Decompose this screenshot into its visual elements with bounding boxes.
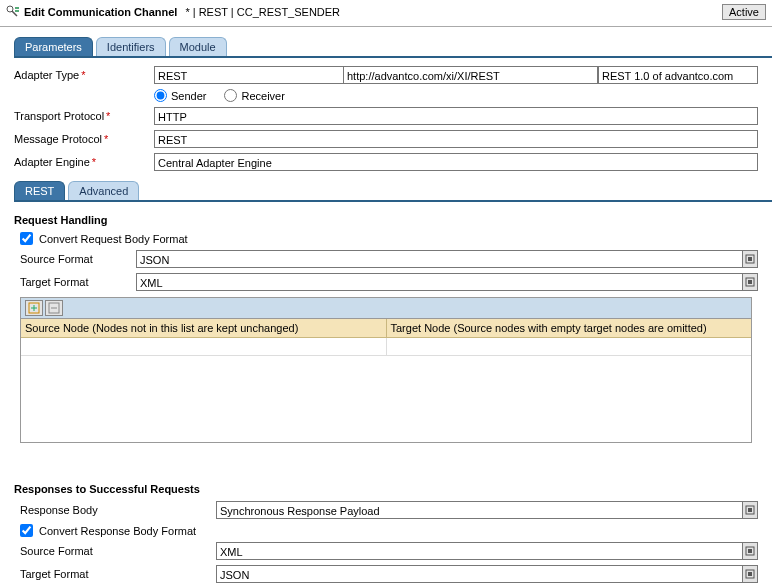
row-adapter-engine: Adapter Engine* Central Adapter Engine — [14, 153, 758, 171]
remove-row-button[interactable] — [45, 300, 63, 316]
svg-rect-5 — [748, 257, 752, 261]
radio-sender-input[interactable] — [154, 89, 167, 102]
adapter-namespace[interactable]: http://advantco.com/xi/XI/REST — [344, 66, 598, 84]
active-status-button[interactable]: Active — [722, 4, 766, 20]
spacer — [0, 443, 772, 471]
svg-rect-7 — [748, 280, 752, 284]
section-responses: Responses to Successful Requests — [14, 483, 772, 495]
table-body[interactable] — [21, 338, 751, 442]
adapter-engine-field[interactable]: Central Adapter Engine — [154, 153, 758, 171]
page-subtitle: * | REST | CC_REST_SENDER — [185, 6, 340, 18]
label-adapter-engine: Adapter Engine* — [14, 156, 154, 168]
section-request-handling: Request Handling — [14, 214, 772, 226]
dropdown-icon[interactable] — [742, 250, 758, 268]
label-transport-protocol-text: Transport Protocol — [14, 110, 104, 122]
response-body-select[interactable]: Synchronous Response Payload — [216, 501, 758, 519]
label-response-target-format: Target Format — [20, 568, 216, 580]
radio-receiver-input[interactable] — [224, 89, 237, 102]
radio-sender[interactable]: Sender — [154, 89, 206, 102]
responses-area: Response Body Synchronous Response Paylo… — [0, 501, 772, 583]
label-adapter-type-text: Adapter Type — [14, 69, 79, 81]
label-adapter-engine-text: Adapter Engine — [14, 156, 90, 168]
row-convert-request-body: Convert Request Body Format — [20, 232, 758, 245]
radio-sender-label: Sender — [171, 90, 206, 102]
row-request-source-format: Source Format JSON — [20, 250, 758, 268]
tab-parameters[interactable]: Parameters — [14, 37, 93, 56]
radio-receiver-label: Receiver — [241, 90, 284, 102]
required-marker: * — [106, 110, 110, 122]
label-request-source-format: Source Format — [20, 253, 136, 265]
response-source-format-select[interactable]: XML — [216, 542, 758, 560]
svg-rect-18 — [748, 572, 752, 576]
response-target-format-value: JSON — [216, 565, 742, 583]
tab-module[interactable]: Module — [169, 37, 227, 56]
radio-receiver[interactable]: Receiver — [224, 89, 284, 102]
svg-rect-14 — [748, 508, 752, 512]
row-convert-response-body: Convert Response Body Format — [20, 524, 758, 537]
label-adapter-type: Adapter Type* — [14, 69, 154, 81]
required-marker: * — [81, 69, 85, 81]
label-response-source-format: Source Format — [20, 545, 216, 557]
label-request-target-format: Target Format — [20, 276, 136, 288]
tab-identifiers[interactable]: Identifiers — [96, 37, 166, 56]
label-convert-response-body: Convert Response Body Format — [39, 525, 196, 537]
label-response-body: Response Body — [20, 504, 216, 516]
col-source-node: Source Node (Nodes not in this list are … — [21, 319, 387, 337]
request-target-format-select[interactable]: XML — [136, 273, 758, 291]
add-row-button[interactable] — [25, 300, 43, 316]
header-left: Edit Communication Channel * | REST | CC… — [6, 5, 340, 19]
dropdown-icon[interactable] — [742, 565, 758, 583]
sub-tabs: REST Advanced — [14, 181, 772, 202]
required-marker: * — [104, 133, 108, 145]
request-target-format-value: XML — [136, 273, 742, 291]
col-target-node: Target Node (Source nodes with empty tar… — [387, 319, 752, 337]
transport-protocol-field[interactable]: HTTP — [154, 107, 758, 125]
window-header: Edit Communication Channel * | REST | CC… — [0, 0, 772, 27]
label-transport-protocol: Transport Protocol* — [14, 110, 154, 122]
node-mapping-table: Source Node (Nodes not in this list are … — [20, 297, 752, 443]
row-response-body: Response Body Synchronous Response Paylo… — [20, 501, 758, 519]
row-message-protocol: Message Protocol* REST — [14, 130, 758, 148]
response-source-format-value: XML — [216, 542, 742, 560]
message-protocol-field[interactable]: REST — [154, 130, 758, 148]
row-direction: Sender Receiver — [14, 89, 758, 102]
row-adapter-type: Adapter Type* REST http://advantco.com/x… — [14, 66, 758, 84]
adapter-version[interactable]: REST 1.0 of advantco.com — [598, 66, 758, 84]
label-message-protocol: Message Protocol* — [14, 133, 154, 145]
request-source-format-value: JSON — [136, 250, 742, 268]
response-body-value: Synchronous Response Payload — [216, 501, 742, 519]
label-message-protocol-text: Message Protocol — [14, 133, 102, 145]
channel-icon — [6, 5, 20, 19]
direction-radio-group: Sender Receiver — [154, 89, 758, 102]
response-target-format-select[interactable]: JSON — [216, 565, 758, 583]
request-handling-area: Convert Request Body Format Source Forma… — [0, 232, 772, 291]
row-response-source-format: Source Format XML — [20, 542, 758, 560]
subtab-advanced[interactable]: Advanced — [68, 181, 139, 200]
row-response-target-format: Target Format JSON — [20, 565, 758, 583]
subtab-rest[interactable]: REST — [14, 181, 65, 200]
dropdown-icon[interactable] — [742, 542, 758, 560]
row-transport-protocol: Transport Protocol* HTTP — [14, 107, 758, 125]
page-title: Edit Communication Channel — [24, 6, 177, 18]
cell-target[interactable] — [387, 338, 752, 355]
dropdown-icon[interactable] — [742, 501, 758, 519]
required-marker: * — [92, 156, 96, 168]
checkbox-convert-request-body[interactable] — [20, 232, 33, 245]
label-convert-request-body: Convert Request Body Format — [39, 233, 188, 245]
cell-source[interactable] — [21, 338, 387, 355]
main-tabs: Parameters Identifiers Module — [14, 37, 772, 58]
request-source-format-select[interactable]: JSON — [136, 250, 758, 268]
adapter-type-fields: REST http://advantco.com/xi/XI/REST REST… — [154, 66, 758, 84]
table-toolbar — [21, 298, 751, 319]
parameters-form: Adapter Type* REST http://advantco.com/x… — [0, 58, 772, 171]
adapter-type-value[interactable]: REST — [154, 66, 344, 84]
svg-rect-16 — [748, 549, 752, 553]
table-header: Source Node (Nodes not in this list are … — [21, 319, 751, 338]
table-row[interactable] — [21, 338, 751, 356]
dropdown-icon[interactable] — [742, 273, 758, 291]
checkbox-convert-response-body[interactable] — [20, 524, 33, 537]
row-request-target-format: Target Format XML — [20, 273, 758, 291]
